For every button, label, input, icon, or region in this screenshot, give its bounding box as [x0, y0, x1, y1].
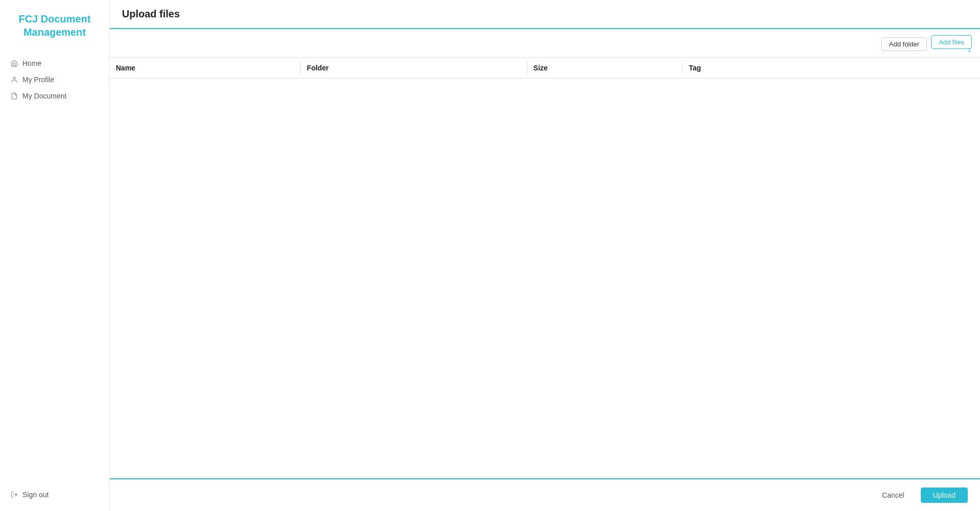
col-name: Name: [110, 62, 301, 74]
page-header: Upload files: [110, 0, 980, 29]
content-area: Add folder Add files 1 Name Folder Size …: [110, 29, 980, 479]
sidebar-footer: Sign out: [0, 482, 109, 511]
sidebar-item-my-profile-label: My Profile: [22, 76, 54, 84]
upload-button[interactable]: Upload: [921, 488, 968, 503]
add-folder-button[interactable]: Add folder: [881, 37, 927, 51]
col-folder: Folder: [301, 62, 527, 74]
add-files-button[interactable]: Add files: [931, 35, 972, 49]
home-icon: [10, 59, 18, 67]
col-tag: Tag: [682, 62, 980, 74]
app-title: FCJ Document Management: [8, 12, 101, 39]
files-badge: 1: [968, 47, 972, 53]
sidebar-item-home[interactable]: Home: [4, 55, 105, 71]
sidebar-item-my-document-label: My Document: [22, 92, 66, 100]
person-icon: [10, 76, 18, 84]
toolbar: Add folder Add files 1: [110, 29, 980, 57]
footer: Cancel Upload: [110, 479, 980, 511]
svg-point-0: [13, 77, 16, 80]
page-title: Upload files: [122, 8, 968, 20]
signout-label: Sign out: [22, 491, 48, 499]
sidebar-item-my-profile[interactable]: My Profile: [4, 71, 105, 88]
add-files-wrapper: Add files 1: [931, 35, 972, 53]
sidebar: FCJ Document Management Home My Profile: [0, 0, 110, 511]
signout-button[interactable]: Sign out: [10, 491, 99, 499]
app-logo[interactable]: FCJ Document Management: [0, 8, 109, 55]
table-body: [110, 79, 980, 478]
document-icon: [10, 92, 18, 100]
cancel-button[interactable]: Cancel: [872, 488, 915, 503]
col-size: Size: [527, 62, 682, 74]
table-header: Name Folder Size Tag: [110, 57, 980, 79]
signout-icon: [10, 491, 18, 499]
main-content: Upload files Add folder Add files 1 Name…: [110, 0, 980, 511]
sidebar-item-home-label: Home: [22, 59, 41, 67]
sidebar-nav: Home My Profile My Document: [0, 55, 109, 482]
sidebar-item-my-document[interactable]: My Document: [4, 88, 105, 104]
